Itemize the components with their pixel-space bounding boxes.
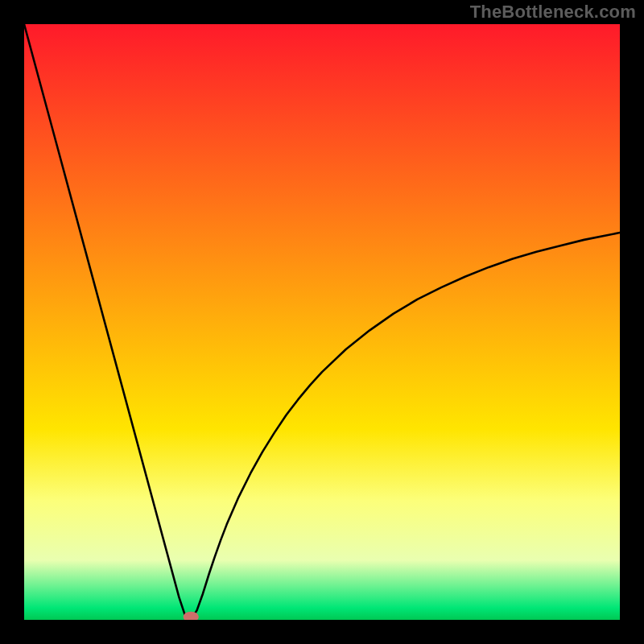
gradient-background [24, 24, 620, 620]
watermark-text: TheBottleneck.com [470, 2, 636, 23]
bottleneck-plot [24, 24, 620, 620]
chart-frame: TheBottleneck.com [0, 0, 644, 644]
